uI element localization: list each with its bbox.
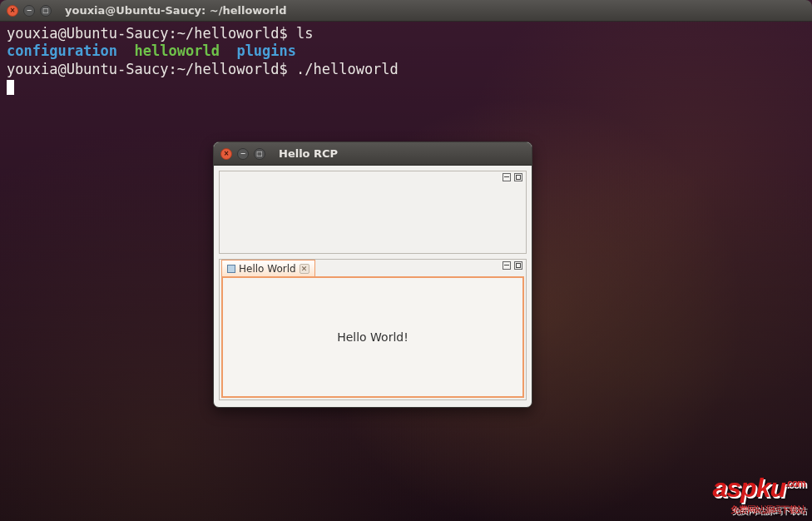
rcp-panel-bottom: Hello World ✕ Hello World! xyxy=(219,259,527,400)
watermark-tld: .com xyxy=(785,478,805,489)
rcp-window[interactable]: × − □ Hello RCP Hello World ✕ Hello Worl… xyxy=(213,141,532,408)
prompt: youxia@Ubuntu-Saucy:~/helloworld$ xyxy=(7,61,296,77)
panel-controls xyxy=(503,173,522,181)
rcp-body: Hello World ✕ Hello World! xyxy=(214,166,532,405)
maximise-icon[interactable]: □ xyxy=(40,5,52,17)
watermark-brand: aspku xyxy=(713,473,785,503)
close-view-icon[interactable]: ✕ xyxy=(300,264,309,274)
close-icon[interactable]: × xyxy=(7,5,18,17)
terminal-title: youxia@Ubuntu-Saucy: ~/helloworld xyxy=(65,4,286,17)
view-tab-label: Hello World xyxy=(239,263,296,275)
minimise-icon[interactable]: − xyxy=(237,148,249,160)
panel-maximise-icon[interactable] xyxy=(514,173,522,181)
minimise-icon[interactable]: − xyxy=(23,5,35,17)
panel-minimise-icon[interactable] xyxy=(503,261,511,270)
maximise-icon[interactable]: □ xyxy=(254,148,265,160)
hello-world-label: Hello World! xyxy=(337,330,408,344)
ls-entry-exec: helloworld xyxy=(135,42,220,59)
command: ./helloworld xyxy=(296,61,399,77)
ls-entry-dir: configuration xyxy=(7,42,117,59)
rcp-panel-top xyxy=(219,171,527,254)
panel-minimise-icon[interactable] xyxy=(503,173,511,181)
close-icon[interactable]: × xyxy=(220,148,232,160)
view-tab[interactable]: Hello World ✕ xyxy=(221,260,315,276)
command: ls xyxy=(296,25,313,42)
panel-controls xyxy=(503,261,522,270)
terminal-titlebar[interactable]: × − □ youxia@Ubuntu-Saucy: ~/helloworld xyxy=(0,0,812,22)
panel-maximise-icon[interactable] xyxy=(514,261,522,270)
rcp-titlebar[interactable]: × − □ Hello RCP xyxy=(214,142,532,166)
rcp-title: Hello RCP xyxy=(279,147,338,160)
watermark: aspku.com 免费网站源码下载站 xyxy=(713,473,806,516)
watermark-subtitle: 免费网站源码下载站 xyxy=(713,504,806,516)
ls-entry-dir: plugins xyxy=(236,42,296,59)
view-icon xyxy=(227,265,235,273)
prompt: youxia@Ubuntu-Saucy:~/helloworld$ xyxy=(7,25,296,42)
cursor-icon xyxy=(7,80,14,95)
view-content: Hello World! xyxy=(221,276,524,398)
